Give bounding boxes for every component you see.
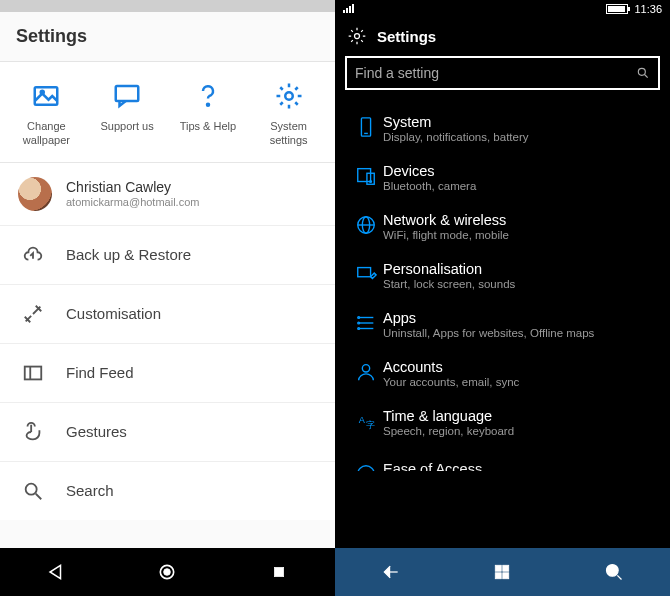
globe-icon — [349, 212, 383, 241]
search-input[interactable]: Find a setting — [345, 56, 660, 90]
category-desc: Bluetooth, camera — [383, 180, 656, 192]
svg-rect-12 — [274, 567, 283, 576]
svg-point-11 — [164, 569, 171, 576]
personalise-icon — [349, 261, 383, 290]
status-bar — [0, 0, 335, 12]
category-desc: WiFi, flight mode, mobile — [383, 229, 656, 241]
search-icon — [20, 478, 46, 504]
svg-point-4 — [285, 92, 293, 100]
category-apps[interactable]: AppsUninstall, Apps for websites, Offlin… — [335, 300, 670, 349]
status-bar: 11:36 — [335, 0, 670, 18]
account-name: Christian Cawley — [66, 179, 199, 195]
menu-label: Gestures — [66, 423, 127, 440]
svg-point-3 — [207, 104, 209, 106]
svg-rect-2 — [116, 86, 139, 101]
clock: 11:36 — [634, 3, 662, 15]
gear-icon — [274, 78, 304, 114]
category-devices[interactable]: DevicesBluetooth, camera — [335, 153, 670, 202]
devices-icon — [349, 163, 383, 192]
category-list: SystemDisplay, notifications, battery De… — [335, 104, 670, 548]
settings-menu: Back up & Restore Customisation Find Fee… — [0, 225, 335, 520]
category-system[interactable]: SystemDisplay, notifications, battery — [335, 104, 670, 153]
nav-home[interactable] — [156, 561, 178, 583]
svg-line-41 — [617, 575, 621, 579]
quick-label: Tips & Help — [180, 120, 236, 134]
menu-label: Find Feed — [66, 364, 134, 381]
language-icon: A字 — [349, 408, 383, 437]
svg-rect-5 — [25, 366, 42, 379]
svg-rect-39 — [503, 573, 509, 579]
search-icon — [636, 66, 650, 80]
quick-label: Support us — [101, 120, 154, 134]
account-row[interactable]: Christian Cawley atomickarma@hotmail.com — [0, 163, 335, 225]
category-name: Network & wireless — [383, 212, 656, 228]
category-name: Ease of Access — [383, 461, 656, 471]
phone-icon — [349, 114, 383, 143]
menu-gestures[interactable]: Gestures — [0, 402, 335, 461]
svg-line-15 — [645, 75, 648, 78]
cloud-upload-icon — [20, 242, 46, 268]
svg-rect-18 — [358, 169, 371, 182]
nav-recent[interactable] — [268, 561, 290, 583]
category-name: System — [383, 114, 656, 130]
category-network[interactable]: Network & wirelessWiFi, flight mode, mob… — [335, 202, 670, 251]
nav-back[interactable] — [380, 561, 402, 583]
svg-rect-38 — [496, 573, 502, 579]
gesture-icon — [20, 419, 46, 445]
quick-support-us[interactable]: Support us — [91, 78, 163, 148]
category-name: Time & language — [383, 408, 656, 424]
quick-change-wallpaper[interactable]: Change wallpaper — [10, 78, 82, 148]
menu-label: Back up & Restore — [66, 246, 191, 263]
menu-label: Search — [66, 482, 114, 499]
menu-customisation[interactable]: Customisation — [0, 284, 335, 343]
menu-find-feed[interactable]: Find Feed — [0, 343, 335, 402]
signal-icon — [343, 3, 355, 15]
nav-search[interactable] — [603, 561, 625, 583]
page-title: Settings — [0, 12, 335, 62]
chat-icon — [112, 78, 142, 114]
android-settings-panel: Settings Change wallpaper Support us Tip… — [0, 0, 335, 596]
category-desc: Your accounts, email, sync — [383, 376, 656, 388]
ease-icon — [349, 461, 383, 463]
nav-back[interactable] — [45, 561, 67, 583]
category-name: Accounts — [383, 359, 656, 375]
windows-settings-panel: 11:36 Settings Find a setting SystemDisp… — [335, 0, 670, 596]
page-title: Settings — [377, 28, 436, 45]
category-time-language[interactable]: A字 Time & languageSpeech, region, keyboa… — [335, 398, 670, 447]
category-desc: Display, notifications, battery — [383, 131, 656, 143]
question-icon — [193, 78, 223, 114]
svg-point-1 — [41, 91, 44, 94]
svg-point-13 — [355, 34, 360, 39]
svg-point-40 — [607, 565, 619, 577]
gear-icon — [347, 26, 367, 46]
svg-line-8 — [36, 493, 42, 499]
picture-icon — [31, 78, 61, 114]
svg-point-31 — [362, 365, 369, 372]
category-name: Devices — [383, 163, 656, 179]
svg-point-7 — [26, 483, 37, 494]
category-accounts[interactable]: AccountsYour accounts, email, sync — [335, 349, 670, 398]
menu-search[interactable]: Search — [0, 461, 335, 520]
nav-start[interactable] — [491, 561, 513, 583]
quick-tips-help[interactable]: Tips & Help — [172, 78, 244, 148]
category-desc: Start, lock screen, sounds — [383, 278, 656, 290]
person-icon — [349, 359, 383, 388]
category-ease-of-access[interactable]: Ease of Access — [335, 451, 670, 471]
quick-label: System settings — [253, 120, 325, 148]
quick-system-settings[interactable]: System settings — [253, 78, 325, 148]
quick-label: Change wallpaper — [10, 120, 82, 148]
brush-icon — [20, 301, 46, 327]
menu-backup-restore[interactable]: Back up & Restore — [0, 225, 335, 284]
android-navbar — [0, 548, 335, 596]
svg-rect-24 — [358, 268, 371, 277]
account-email: atomickarma@hotmail.com — [66, 196, 199, 208]
svg-rect-36 — [496, 565, 502, 571]
category-personalisation[interactable]: PersonalisationStart, lock screen, sound… — [335, 251, 670, 300]
settings-header: Settings — [335, 18, 670, 56]
menu-label: Customisation — [66, 305, 161, 322]
svg-point-14 — [638, 68, 645, 75]
search-placeholder: Find a setting — [355, 65, 636, 81]
category-desc: Speech, region, keyboard — [383, 425, 656, 437]
panel-icon — [20, 360, 46, 386]
avatar — [18, 177, 52, 211]
